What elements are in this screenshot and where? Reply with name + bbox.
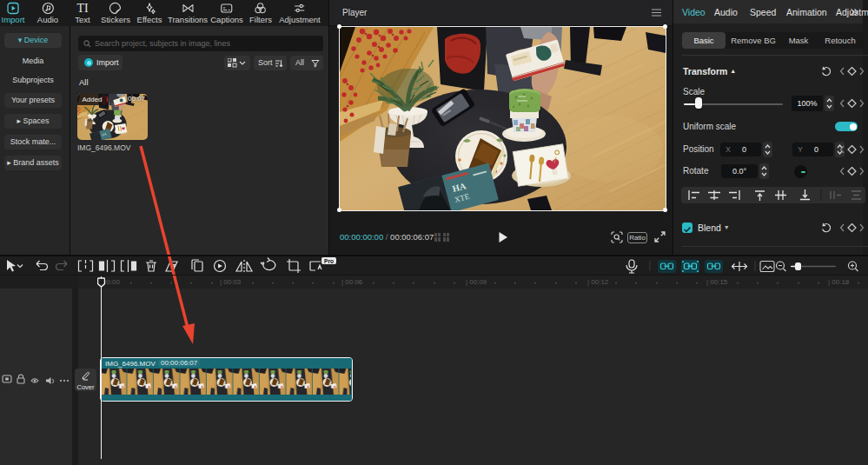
svg-text:| 00:12: | 00:12 — [587, 278, 609, 286]
svg-text:| 00:06: | 00:06 — [341, 278, 363, 286]
svg-text:00:00: 00:00 — [103, 278, 121, 286]
svg-text:Pro: Pro — [324, 258, 334, 264]
svg-text:| 00:09: | 00:09 — [466, 278, 487, 286]
svg-text:| 00:03: | 00:03 — [220, 278, 242, 286]
svg-text:| 00:15: | 00:15 — [706, 278, 728, 286]
svg-text:| 00:18: | 00:18 — [828, 278, 850, 286]
